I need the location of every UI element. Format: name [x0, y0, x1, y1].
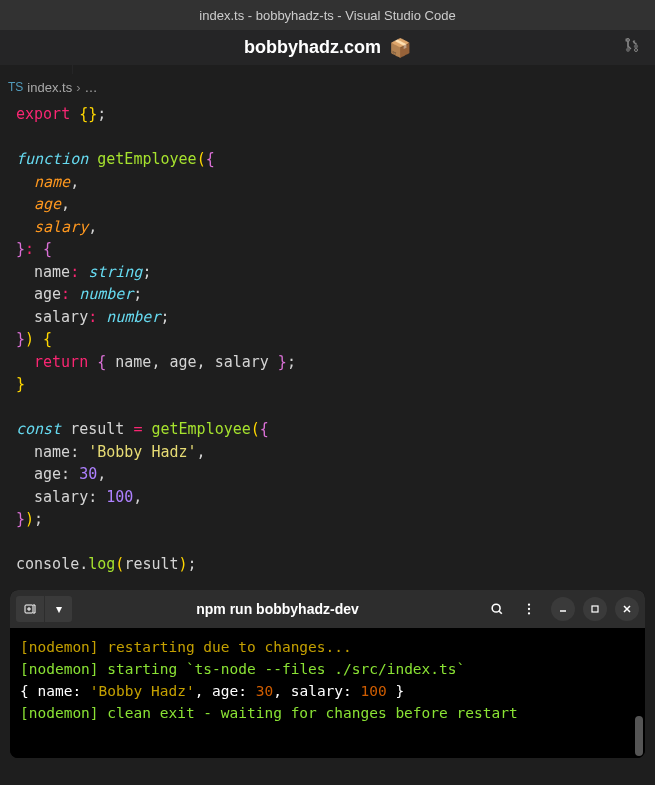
window-title-bar: index.ts - bobbyhadz-ts - Visual Studio …: [0, 0, 655, 30]
chevron-right-icon: ›: [76, 80, 80, 95]
dropdown-button[interactable]: ▾: [44, 596, 72, 622]
terminal-output[interactable]: [nodemon] restarting due to changes... […: [10, 628, 645, 758]
box-icon: 📦: [389, 37, 411, 59]
svg-point-4: [528, 603, 530, 605]
breadcrumb-file: index.ts: [27, 80, 72, 95]
new-tab-button[interactable]: [16, 596, 44, 622]
terminal-header: ▾ npm run bobbyhadz-dev: [10, 590, 645, 628]
svg-point-3: [492, 604, 500, 612]
svg-point-5: [528, 607, 530, 609]
svg-rect-7: [592, 606, 598, 612]
svg-point-6: [528, 612, 530, 614]
scrollbar-thumb[interactable]: [635, 716, 643, 756]
minimize-button[interactable]: [551, 597, 575, 621]
close-button[interactable]: [615, 597, 639, 621]
search-button[interactable]: [483, 596, 511, 622]
menu-button[interactable]: [515, 596, 543, 622]
terminal-panel: ▾ npm run bobbyhadz-dev [nodemon] restar…: [10, 590, 645, 758]
ts-file-icon: TS: [8, 80, 23, 94]
site-name: bobbyhadz.com: [244, 37, 381, 58]
window-title: index.ts - bobbyhadz-ts - Visual Studio …: [199, 8, 455, 23]
new-tab-group: ▾: [16, 596, 72, 622]
header-bar: bobbyhadz.com 📦: [0, 30, 655, 65]
terminal-title: npm run bobbyhadz-dev: [76, 601, 479, 617]
breadcrumb-more: …: [85, 80, 98, 95]
git-compare-icon[interactable]: [624, 37, 640, 58]
breadcrumb[interactable]: TS index.ts › …: [0, 75, 655, 99]
code-editor[interactable]: export {}; function getEmployee({ name, …: [0, 99, 655, 580]
svg-point-1: [635, 49, 638, 52]
maximize-button[interactable]: [583, 597, 607, 621]
